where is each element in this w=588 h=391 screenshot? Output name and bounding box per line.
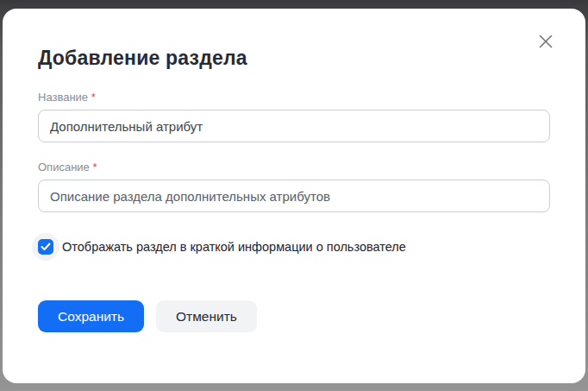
checkbox-label[interactable]: Отображать раздел в краткой информации о… bbox=[62, 240, 406, 254]
show-in-summary-checkbox[interactable] bbox=[38, 239, 53, 255]
description-input[interactable] bbox=[38, 180, 550, 212]
checkmark-icon bbox=[41, 243, 51, 251]
field-group-description: Описание * bbox=[38, 161, 550, 212]
field-group-name: Название * bbox=[38, 91, 550, 142]
dialog-title: Добавление раздела bbox=[38, 9, 550, 70]
description-label-text: Описание bbox=[38, 161, 90, 173]
description-field-label: Описание * bbox=[38, 161, 550, 174]
close-icon bbox=[537, 33, 554, 50]
dialog-actions: Сохранить Отменить bbox=[38, 300, 550, 332]
name-field-label: Название * bbox=[38, 91, 550, 104]
add-section-dialog: Добавление раздела Название * Описание *… bbox=[3, 9, 585, 383]
close-button[interactable] bbox=[532, 28, 560, 55]
name-label-text: Название bbox=[38, 91, 88, 104]
save-button[interactable]: Сохранить bbox=[38, 300, 144, 332]
show-in-summary-checkbox-row: Отображать раздел в краткой информации о… bbox=[32, 233, 550, 261]
checkbox-halo[interactable] bbox=[32, 233, 59, 261]
name-input[interactable] bbox=[38, 110, 550, 142]
required-asterisk: * bbox=[92, 161, 97, 173]
cancel-button[interactable]: Отменить bbox=[156, 300, 257, 332]
required-asterisk: * bbox=[91, 91, 96, 104]
